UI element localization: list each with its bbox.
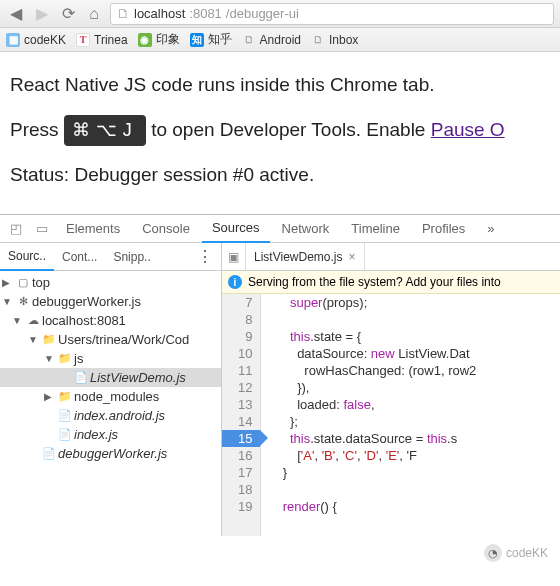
sidebar-tab-snippets[interactable]: Snipp..	[105, 244, 158, 270]
expand-arrow-icon[interactable]: ▶	[44, 391, 56, 402]
tree-label: node_modules	[74, 389, 159, 404]
back-button[interactable]: ◀	[6, 4, 26, 24]
tree-label: index.js	[74, 427, 118, 442]
line-number[interactable]: 14	[238, 413, 252, 430]
expand-arrow-icon[interactable]: ▼	[12, 315, 24, 326]
code-line: rowHasChanged: (row1, row2	[275, 362, 560, 379]
devtools-tabs: ◰ ▭ Elements Console Sources Network Tim…	[0, 215, 560, 243]
browser-toolbar: ◀ ▶ ⟳ ⌂ 🗋 localhost:8081/debugger-ui	[0, 0, 560, 28]
code-line: }	[275, 464, 560, 481]
line-number[interactable]: 18	[238, 481, 252, 498]
tab-more[interactable]: »	[477, 215, 504, 242]
instructions: Press ⌘⌥J to open Developer Tools. Enabl…	[10, 115, 550, 146]
expand-arrow-icon[interactable]: ▶	[2, 277, 14, 288]
sidebar-tab-sources[interactable]: Sourc..	[0, 243, 54, 271]
folder-icon: 📁	[58, 390, 72, 404]
page-content: React Native JS code runs inside this Ch…	[0, 52, 560, 214]
code-area[interactable]: 78910111213141516171819 super(props); th…	[222, 294, 560, 536]
tree-label: js	[74, 351, 83, 366]
tree-label: Users/trinea/Work/Cod	[58, 332, 189, 347]
code-line: this.state.dataSource = this.s	[275, 430, 560, 447]
evernote-icon: ◉	[138, 33, 152, 47]
tab-profiles[interactable]: Profiles	[412, 215, 475, 242]
close-icon[interactable]: ×	[348, 250, 355, 264]
keyboard-shortcut: ⌘⌥J	[64, 115, 146, 146]
folder-icon: 📁	[42, 333, 56, 347]
tree-item[interactable]: 📄ListViewDemo.js	[0, 368, 221, 387]
file-tabs: ▣ ListViewDemo.js ×	[222, 243, 560, 271]
line-number[interactable]: 17	[238, 464, 252, 481]
cloud-icon: ☁	[26, 314, 40, 328]
forward-button[interactable]: ▶	[32, 4, 52, 24]
code-line: }),	[275, 379, 560, 396]
line-gutter[interactable]: 78910111213141516171819	[222, 294, 261, 536]
toggle-navigator-icon[interactable]: ▣	[222, 243, 246, 270]
code-line: };	[275, 413, 560, 430]
file-icon: 📄	[74, 371, 88, 385]
address-bar[interactable]: 🗋 localhost:8081/debugger-ui	[110, 3, 554, 25]
line-number[interactable]: 7	[238, 294, 252, 311]
expand-arrow-icon[interactable]: ▼	[2, 296, 14, 307]
tree-item[interactable]: ▼📁js	[0, 349, 221, 368]
tree-item[interactable]: 📄debuggerWorker.js	[0, 444, 221, 463]
code-line: dataSource: new ListView.Dat	[275, 345, 560, 362]
tab-timeline[interactable]: Timeline	[341, 215, 410, 242]
file-tab-listviewdemo[interactable]: ListViewDemo.js ×	[246, 243, 365, 270]
line-number[interactable]: 15	[222, 430, 260, 447]
file-icon: 🗋	[242, 33, 256, 47]
home-button[interactable]: ⌂	[84, 4, 104, 24]
line-number[interactable]: 10	[238, 345, 252, 362]
code-line: loaded: false,	[275, 396, 560, 413]
page-icon: 🗋	[117, 6, 130, 21]
bookmark-android[interactable]: 🗋Android	[242, 33, 301, 47]
tree-item[interactable]: ▶📁node_modules	[0, 387, 221, 406]
expand-arrow-icon[interactable]: ▼	[44, 353, 56, 364]
bookmark-zhihu[interactable]: 知知乎	[190, 31, 232, 48]
line-number[interactable]: 9	[238, 328, 252, 345]
line-number[interactable]: 13	[238, 396, 252, 413]
tree-item[interactable]: 📄index.js	[0, 425, 221, 444]
line-number[interactable]: 12	[238, 379, 252, 396]
sidebar-tab-content[interactable]: Cont...	[54, 244, 105, 270]
site-icon: T	[76, 33, 90, 47]
url-port: :8081	[189, 6, 222, 21]
gear-icon: ✻	[16, 295, 30, 309]
folder-icon: ▦	[6, 33, 20, 47]
tree-label: top	[32, 275, 50, 290]
file-icon: 📄	[42, 447, 56, 461]
line-number[interactable]: 8	[238, 311, 252, 328]
device-icon[interactable]: ▭	[30, 217, 54, 240]
source-editor: ▣ ListViewDemo.js × i Serving from the f…	[222, 243, 560, 536]
bookmark-evernote[interactable]: ◉印象	[138, 31, 180, 48]
tree-item[interactable]: ▼📁Users/trinea/Work/Cod	[0, 330, 221, 349]
tree-item[interactable]: ▼☁localhost:8081	[0, 311, 221, 330]
tab-console[interactable]: Console	[132, 215, 200, 242]
more-icon[interactable]: ⋮	[189, 247, 221, 266]
source-lines[interactable]: super(props); this.state = { dataSource:…	[261, 294, 560, 536]
tab-network[interactable]: Network	[272, 215, 340, 242]
line-number[interactable]: 16	[238, 447, 252, 464]
line-number[interactable]: 19	[238, 498, 252, 515]
folder-icon: 📁	[58, 352, 72, 366]
line-number[interactable]: 11	[238, 362, 252, 379]
info-bar: i Serving from the file system? Add your…	[222, 271, 560, 294]
expand-arrow-icon[interactable]: ▼	[28, 334, 40, 345]
code-line	[275, 311, 560, 328]
tab-sources[interactable]: Sources	[202, 214, 270, 243]
tab-elements[interactable]: Elements	[56, 215, 130, 242]
sources-sidebar: Sourc.. Cont... Snipp.. ⋮ ▶▢top▼✻debugge…	[0, 243, 222, 536]
bookmark-trinea[interactable]: TTrinea	[76, 33, 128, 47]
info-icon: i	[228, 275, 242, 289]
tree-item[interactable]: ▶▢top	[0, 273, 221, 292]
tree-label: index.android.js	[74, 408, 165, 423]
reload-button[interactable]: ⟳	[58, 4, 78, 24]
tree-item[interactable]: 📄index.android.js	[0, 406, 221, 425]
bookmark-codekk[interactable]: ▦codeKK	[6, 33, 66, 47]
tree-label: ListViewDemo.js	[90, 370, 186, 385]
bookmark-inbox[interactable]: 🗋Inbox	[311, 33, 358, 47]
pause-link[interactable]: Pause O	[431, 119, 505, 140]
inspect-icon[interactable]: ◰	[4, 217, 28, 240]
file-icon: 📄	[58, 428, 72, 442]
tree-item[interactable]: ▼✻debuggerWorker.js	[0, 292, 221, 311]
wechat-icon: ◔	[484, 544, 502, 562]
